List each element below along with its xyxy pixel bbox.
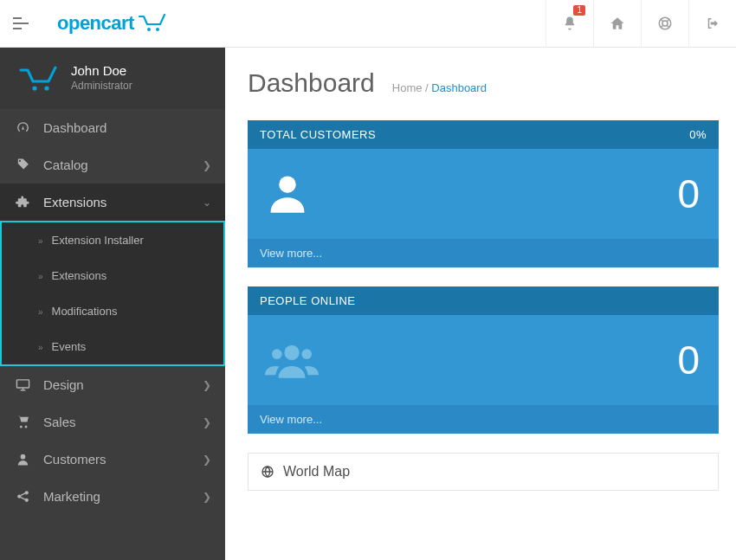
svg-rect-1 [13, 23, 29, 24]
sidebar-item-label: Catalog [43, 158, 88, 172]
header-actions: 1 [546, 0, 736, 48]
svg-point-19 [25, 499, 29, 502]
svg-rect-0 [13, 17, 22, 19]
svg-rect-2 [13, 28, 22, 29]
page-title: Dashboard [248, 68, 375, 98]
card-title: PEOPLE ONLINE [260, 294, 356, 307]
home-icon [610, 16, 625, 31]
card-header: TOTAL CUSTOMERS 0% [248, 120, 719, 149]
angle-icon: » [38, 307, 43, 317]
menu-icon [13, 17, 29, 29]
sidebar-subitem-installer[interactable]: »Extension Installer [2, 222, 223, 258]
crumb-home[interactable]: Home [392, 81, 423, 94]
user-icon [265, 171, 310, 216]
cart-icon [19, 66, 57, 90]
profile-role: Administrator [71, 80, 132, 92]
sidebar-item-extensions[interactable]: Extensions ⌄ [0, 183, 225, 221]
monitor-icon [16, 377, 35, 392]
notification-badge: 1 [573, 5, 585, 16]
life-ring-icon [657, 16, 673, 31]
angle-icon: » [38, 343, 43, 352]
tag-icon [16, 158, 35, 172]
chevron-right-icon: ❯ [203, 159, 211, 171]
svg-line-10 [667, 19, 669, 22]
card-value: 0 [677, 171, 700, 217]
svg-point-23 [301, 349, 312, 359]
nav-list: Dashboard Catalog ❯ Extensions ⌄ [0, 109, 225, 221]
svg-point-17 [17, 494, 21, 498]
card-body: 0 [248, 315, 719, 405]
nav-list-lower: Design ❯ Sales ❯ Customers ❯ Marketing ❯ [0, 366, 225, 515]
svg-point-3 [147, 28, 151, 31]
angle-icon: » [38, 272, 43, 281]
svg-line-8 [667, 25, 669, 28]
svg-point-4 [156, 28, 159, 31]
sidebar-item-design[interactable]: Design ❯ [0, 366, 225, 403]
sidebar-item-label: Sales [43, 415, 76, 429]
profile-name: John Doe [71, 63, 132, 78]
bell-icon [562, 16, 578, 31]
sidebar-item-label: Dashboard [43, 120, 107, 135]
globe-icon [261, 465, 274, 479]
extensions-submenu: »Extension Installer »Extensions »Modifi… [0, 221, 225, 366]
chevron-right-icon: ❯ [203, 416, 211, 428]
home-button[interactable] [593, 0, 641, 48]
sidebar-subitem-events[interactable]: »Events [2, 329, 223, 364]
card-header: PEOPLE ONLINE [248, 286, 719, 315]
share-icon [16, 489, 35, 504]
notifications-button[interactable]: 1 [546, 0, 593, 48]
chevron-right-icon: ❯ [203, 379, 211, 391]
sidebar-item-sales[interactable]: Sales ❯ [0, 403, 225, 441]
card-body: 0 [248, 149, 719, 239]
svg-point-21 [284, 345, 299, 360]
sidebar-item-dashboard[interactable]: Dashboard [0, 109, 225, 146]
chevron-right-icon: ❯ [203, 491, 211, 503]
chevron-right-icon: ❯ [203, 454, 211, 466]
user-icon [16, 452, 35, 467]
card-view-more[interactable]: View more... [248, 239, 719, 267]
sidebar-item-label: Marketing [43, 489, 100, 504]
sidebar: John Doe Administrator Dashboard Catalog… [0, 48, 225, 560]
puzzle-icon [16, 195, 35, 209]
main-content: Dashboard Home / Dashboard TOTAL CUSTOME… [225, 48, 736, 560]
breadcrumb: Home / Dashboard [392, 81, 487, 94]
svg-point-22 [272, 349, 282, 359]
sidebar-subitem-label: Events [52, 340, 87, 353]
card-title: World Map [283, 464, 350, 480]
logo[interactable]: opencart [57, 12, 168, 35]
card-title: TOTAL CUSTOMERS [260, 128, 376, 141]
svg-point-20 [279, 176, 296, 193]
cart-icon [139, 14, 168, 33]
sidebar-subitem-label: Modifications [52, 305, 118, 318]
card-percent: 0% [689, 128, 707, 141]
title-row: Dashboard Home / Dashboard [248, 68, 719, 98]
svg-point-6 [662, 21, 668, 26]
menu-toggle-button[interactable] [0, 0, 42, 48]
cart-icon [16, 415, 35, 429]
sidebar-subitem-extensions[interactable]: »Extensions [2, 258, 223, 293]
sidebar-subitem-modifications[interactable]: »Modifications [2, 293, 223, 329]
card-view-more[interactable]: View more... [248, 405, 719, 434]
profile-block: John Doe Administrator [0, 48, 225, 109]
sidebar-item-customers[interactable]: Customers ❯ [0, 441, 225, 478]
svg-rect-13 [16, 380, 29, 388]
sidebar-item-catalog[interactable]: Catalog ❯ [0, 146, 225, 183]
sidebar-item-marketing[interactable]: Marketing ❯ [0, 478, 225, 515]
help-button[interactable] [641, 0, 688, 48]
chevron-down-icon: ⌄ [203, 196, 211, 209]
card-value: 0 [677, 337, 700, 383]
svg-point-12 [44, 86, 48, 90]
sidebar-subitem-label: Extension Installer [52, 234, 144, 247]
users-icon [265, 338, 319, 382]
svg-point-11 [32, 86, 36, 90]
gauge-icon [16, 120, 35, 135]
svg-line-9 [661, 25, 663, 28]
top-header: opencart 1 [0, 0, 736, 48]
card-world-map: World Map [248, 453, 719, 491]
angle-icon: » [38, 236, 43, 246]
crumb-current[interactable]: Dashboard [431, 81, 487, 94]
crumb-sep: / [422, 81, 431, 94]
svg-point-18 [25, 491, 29, 494]
logout-button[interactable] [688, 0, 736, 48]
svg-point-16 [21, 454, 26, 460]
